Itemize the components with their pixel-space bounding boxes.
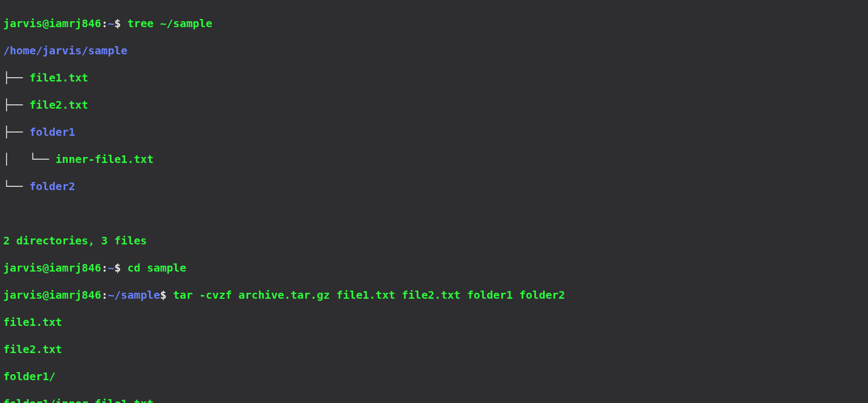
prompt-sep: : [101, 261, 108, 274]
tree-entry-folder: ├── folder1 [3, 125, 865, 139]
command-text: cd sample [127, 261, 186, 274]
prompt-sep: : [101, 288, 108, 301]
tree-summary: 2 directories, 3 files [3, 234, 865, 248]
tar-output-line: folder1/ [3, 370, 865, 383]
command-text: tree ~/sample [127, 17, 213, 30]
prompt-line-1: jarvis@iamrj846:~$ tree ~/sample [3, 17, 865, 30]
prompt-sep: : [101, 17, 108, 30]
tree-entry-folder: └── folder2 [3, 180, 865, 193]
prompt-cwd: ~ [108, 261, 114, 274]
terminal-window[interactable]: jarvis@iamrj846:~$ tree ~/sample /home/j… [0, 0, 868, 403]
tar-output-line: file1.txt [3, 316, 865, 329]
command-text: tar -cvzf archive.tar.gz file1.txt file2… [173, 288, 565, 301]
prompt-userhost: jarvis@iamrj846 [3, 17, 101, 30]
prompt-dollar: $ [114, 261, 127, 274]
prompt-cwd: ~/sample [108, 288, 160, 301]
tree-entry-file: ├── file1.txt [3, 71, 865, 85]
tree-entry-file: ├── file2.txt [3, 98, 865, 112]
prompt-userhost: jarvis@iamrj846 [3, 261, 101, 274]
prompt-dollar: $ [160, 288, 173, 301]
prompt-line-3: jarvis@iamrj846:~/sample$ tar -cvzf arch… [3, 288, 865, 302]
tar-output-line: file2.txt [3, 343, 865, 356]
tar-output-line: folder1/inner-file1.txt [3, 397, 865, 403]
prompt-line-2: jarvis@iamrj846:~$ cd sample [3, 261, 865, 275]
blank-line [3, 207, 865, 221]
prompt-dollar: $ [114, 17, 127, 30]
tree-entry-file: │ └── inner-file1.txt [3, 153, 865, 166]
prompt-cwd: ~ [108, 17, 114, 30]
tree-root: /home/jarvis/sample [3, 44, 865, 58]
prompt-userhost: jarvis@iamrj846 [3, 288, 101, 301]
